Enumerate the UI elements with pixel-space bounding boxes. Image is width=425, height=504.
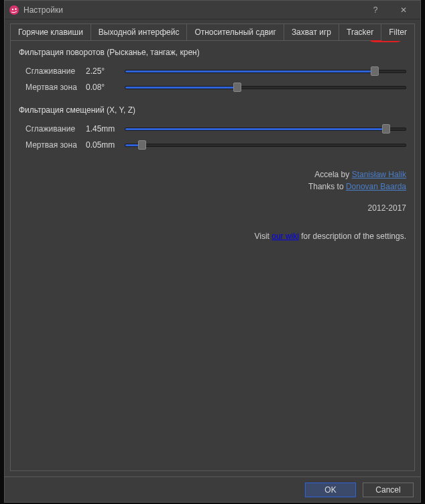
tab-hotkeys[interactable]: Горячие клавиши (10, 23, 91, 40)
help-button[interactable]: ? (361, 1, 389, 19)
svg-point-1 (12, 8, 13, 9)
rot-deadzone-row: Мертвая зона 0.08° (19, 80, 406, 95)
window-title: Настройки (23, 5, 361, 15)
rotation-group-label: Фильтрация поворотов (Рысканье, тангаж, … (19, 48, 406, 57)
rot-deadzone-slider[interactable] (125, 81, 406, 93)
content-area: Горячие клавиши Выходной интерфейс Относ… (5, 19, 420, 476)
wiki-line: Visit our wiki for description of the se… (19, 232, 406, 241)
pos-deadzone-value: 0.05mm (86, 140, 125, 150)
svg-point-0 (9, 5, 19, 15)
rot-deadzone-value: 0.08° (86, 83, 125, 92)
rot-smoothing-row: Сглаживание 2.25° (19, 64, 406, 79)
visit-text: Visit (254, 232, 271, 241)
pos-smoothing-row: Сглаживание 1.45mm (19, 121, 406, 136)
wiki-rest-text: for description of the settings. (299, 232, 406, 241)
rot-smoothing-slider[interactable] (125, 65, 406, 77)
ok-button[interactable]: OK (305, 483, 356, 497)
author1-link[interactable]: Stanisław Halik (352, 170, 406, 179)
tab-filter-page: Фильтрация поворотов (Рысканье, тангаж, … (10, 40, 415, 471)
position-group-label: Фильтрация смещений (X, Y, Z) (19, 105, 406, 115)
accela-by-text: Accela by (314, 170, 351, 179)
cancel-button[interactable]: Cancel (363, 483, 414, 497)
rot-smoothing-value: 2.25° (86, 66, 125, 76)
author2-link[interactable]: Donovan Baarda (346, 182, 406, 191)
svg-point-2 (15, 8, 16, 9)
pos-deadzone-slider[interactable] (125, 139, 406, 151)
tab-output[interactable]: Выходной интерфейс (90, 23, 188, 40)
wiki-link[interactable]: our wiki (271, 232, 299, 241)
tab-capture[interactable]: Захват игр (284, 23, 339, 40)
pos-smoothing-slider[interactable] (125, 123, 406, 135)
years-text: 2012-2017 (19, 202, 406, 214)
tab-tracker[interactable]: Tracker (339, 23, 381, 40)
thanks-to-text: Thanks to (308, 182, 346, 191)
pos-smoothing-value: 1.45mm (86, 124, 125, 134)
app-icon (9, 5, 19, 15)
rot-deadzone-label: Мертвая зона (25, 83, 86, 92)
tabbar: Горячие клавиши Выходной интерфейс Относ… (10, 23, 415, 40)
titlebar: Настройки ? ✕ (5, 1, 420, 19)
pos-smoothing-label: Сглаживание (25, 124, 86, 134)
credits: Accela by Stanisław Halik Thanks to Dono… (19, 168, 406, 214)
pos-deadzone-row: Мертвая зона 0.05mm (19, 138, 406, 152)
pos-deadzone-label: Мертвая зона (25, 140, 86, 150)
settings-dialog: Настройки ? ✕ Горячие клавиши Выходной и… (4, 0, 421, 503)
tab-filter[interactable]: Filter (381, 23, 415, 40)
rot-smoothing-label: Сглаживание (25, 66, 86, 76)
tab-relative[interactable]: Относительный сдвиг (186, 23, 284, 40)
dialog-footer: OK Cancel (5, 476, 420, 502)
close-button[interactable]: ✕ (389, 1, 418, 19)
